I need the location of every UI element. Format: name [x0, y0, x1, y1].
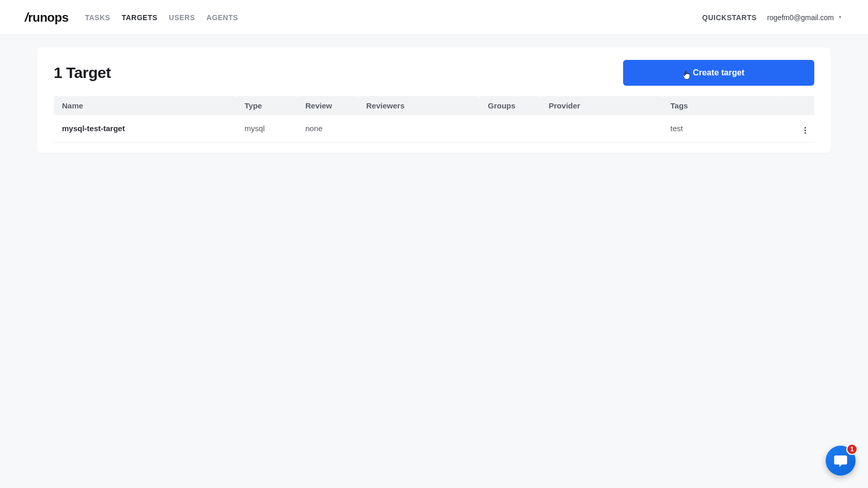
col-provider: Provider — [540, 96, 662, 115]
col-name: Name — [54, 96, 236, 115]
content-wrap: 1 Target Create target Name Type Review … — [0, 35, 868, 165]
nav-item-users[interactable]: USERS — [168, 10, 196, 25]
brand-logo[interactable]: /runops — [25, 10, 69, 25]
cell-provider — [540, 115, 662, 142]
chat-icon — [833, 453, 848, 468]
cell-groups — [479, 115, 540, 142]
nav-item-targets[interactable]: TARGETS — [120, 10, 158, 25]
card-head: 1 Target Create target — [54, 60, 814, 86]
user-menu[interactable]: rogefm0@gmail.com — [767, 13, 843, 22]
col-review: Review — [297, 96, 358, 115]
cell-name: mysql-test-target — [54, 115, 236, 142]
create-target-button[interactable]: Create target — [623, 60, 814, 86]
row-actions-button[interactable] — [784, 115, 814, 142]
chevron-down-icon — [837, 13, 843, 22]
col-actions — [784, 96, 814, 115]
nav-item-tasks[interactable]: TASKS — [84, 10, 112, 25]
cell-type: mysql — [236, 115, 297, 142]
col-tags: Tags — [662, 96, 784, 115]
targets-card: 1 Target Create target Name Type Review … — [37, 48, 831, 153]
cell-review: none — [297, 115, 358, 142]
cell-reviewers — [358, 115, 480, 142]
chat-widget-button[interactable]: 1 — [826, 446, 856, 476]
header-right: QUICKSTARTS rogefm0@gmail.com — [702, 13, 843, 22]
table-header-row: Name Type Review Reviewers Groups Provid… — [54, 96, 814, 115]
col-type: Type — [236, 96, 297, 115]
col-groups: Groups — [479, 96, 540, 115]
app-header: /runops TASKS TARGETS USERS AGENTS QUICK… — [0, 0, 868, 35]
user-email: rogefm0@gmail.com — [767, 13, 834, 22]
logo-name: runops — [28, 10, 68, 24]
primary-nav: TASKS TARGETS USERS AGENTS — [84, 10, 239, 25]
cell-tags: test — [662, 115, 784, 142]
table-row[interactable]: mysql-test-target mysql none test — [54, 115, 814, 142]
header-left: /runops TASKS TARGETS USERS AGENTS — [25, 10, 239, 25]
kebab-menu-icon — [804, 125, 806, 136]
chat-badge: 1 — [846, 444, 858, 455]
page-title: 1 Target — [54, 64, 111, 82]
targets-table: Name Type Review Reviewers Groups Provid… — [54, 96, 814, 143]
quickstarts-link[interactable]: QUICKSTARTS — [702, 13, 757, 22]
col-reviewers: Reviewers — [358, 96, 480, 115]
nav-item-agents[interactable]: AGENTS — [206, 10, 239, 25]
